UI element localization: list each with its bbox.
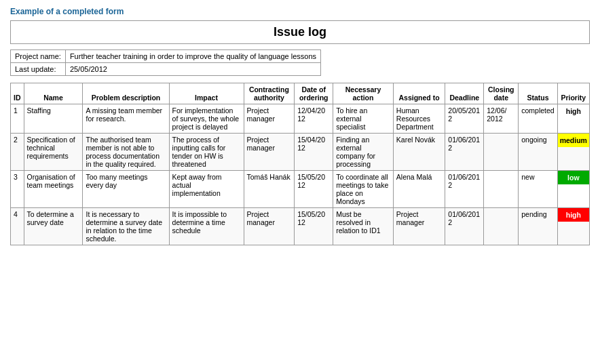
cell-assigned: Project manager [393, 208, 445, 245]
cell-contracting: Project manager [244, 134, 295, 171]
cell-contracting: Project manager [244, 104, 295, 134]
project-name-label: Project name: [11, 50, 66, 63]
cell-priority: medium [557, 134, 589, 171]
col-contracting: Contracting authority [244, 83, 295, 104]
page-title: Issue log [10, 20, 590, 44]
col-impact: Impact [169, 83, 244, 104]
example-label: Example of a completed form [10, 7, 590, 16]
cell-problem: A missing team member for research. [83, 104, 169, 134]
cell-id: 2 [11, 134, 24, 171]
cell-status: completed [519, 104, 557, 134]
cell-problem: It is necessary to determine a survey da… [83, 208, 169, 245]
cell-date-ordering: 12/04/20 12 [295, 104, 333, 134]
cell-assigned: Alena Malá [393, 171, 445, 208]
cell-impact: For implementation of surveys, the whole… [169, 104, 244, 134]
cell-priority: low [557, 171, 589, 208]
cell-priority: high [557, 208, 589, 245]
table-row: 2Specification of technical requirements… [11, 134, 590, 171]
table-row: 1StaffingA missing team member for resea… [11, 104, 590, 134]
col-date-ordering: Date of ordering [295, 83, 333, 104]
cell-contracting: Tomáš Hanák [244, 171, 295, 208]
priority-badge: medium [558, 134, 589, 147]
priority-badge: low [558, 171, 589, 184]
cell-date-ordering: 15/05/20 12 [295, 171, 333, 208]
cell-necessary-action: Finding an external company for processi… [333, 134, 394, 171]
cell-necessary-action: To coordinate all meetings to take place… [333, 171, 394, 208]
last-update-value: 25/05/2012 [65, 63, 320, 76]
cell-necessary-action: Must be resolved in relation to ID1 [333, 208, 394, 245]
cell-closing [484, 171, 519, 208]
cell-name: To determine a survey date [24, 208, 83, 245]
col-necessary-action: Necessary action [333, 83, 394, 104]
col-problem: Problem description [83, 83, 169, 104]
last-update-label: Last update: [11, 63, 66, 76]
cell-deadline: 20/05/201 2 [445, 104, 484, 134]
cell-problem: The authorised team member is not able t… [83, 134, 169, 171]
cell-priority: high [557, 104, 589, 134]
table-row: 3Organisation of team meetingsToo many m… [11, 171, 590, 208]
cell-deadline: 01/06/201 2 [445, 208, 484, 245]
col-status: Status [519, 83, 557, 104]
cell-date-ordering: 15/04/20 12 [295, 134, 333, 171]
col-id: ID [11, 83, 24, 104]
cell-contracting: Project manager [244, 208, 295, 245]
col-deadline: Deadline [445, 83, 484, 104]
col-assigned: Assigned to [393, 83, 445, 104]
cell-problem: Too many meetings every day [83, 171, 169, 208]
cell-necessary-action: To hire an external specialist [333, 104, 394, 134]
cell-closing [484, 208, 519, 245]
priority-badge: high [558, 208, 589, 222]
cell-impact: The process of inputting calls for tende… [169, 134, 244, 171]
cell-deadline: 01/06/201 2 [445, 134, 484, 171]
col-priority: Priority [557, 83, 589, 104]
cell-assigned: Human Resources Department [393, 104, 445, 134]
cell-assigned: Karel Novák [393, 134, 445, 171]
table-row: 4To determine a survey dateIt is necessa… [11, 208, 590, 245]
cell-name: Staffing [24, 104, 83, 134]
cell-date-ordering: 15/05/20 12 [295, 208, 333, 245]
cell-name: Organisation of team meetings [24, 171, 83, 208]
cell-id: 4 [11, 208, 24, 245]
col-name: Name [24, 83, 83, 104]
cell-status: new [519, 171, 557, 208]
priority-badge: high [558, 104, 589, 118]
col-closing: Closing date [484, 83, 519, 104]
cell-name: Specification of technical requirements [24, 134, 83, 171]
cell-deadline: 01/06/201 2 [445, 171, 484, 208]
cell-impact: Kept away from actual implementation [169, 171, 244, 208]
cell-status: ongoing [519, 134, 557, 171]
cell-closing: 12/06/ 2012 [484, 104, 519, 134]
meta-table: Project name: Further teacher training i… [10, 49, 321, 76]
cell-status: pending [519, 208, 557, 245]
cell-impact: It is impossible to determine a time sch… [169, 208, 244, 245]
project-name-value: Further teacher training in order to imp… [65, 50, 320, 63]
cell-id: 1 [11, 104, 24, 134]
cell-closing [484, 134, 519, 171]
issue-log-table: ID Name Problem description Impact Contr… [10, 83, 590, 245]
cell-id: 3 [11, 171, 24, 208]
